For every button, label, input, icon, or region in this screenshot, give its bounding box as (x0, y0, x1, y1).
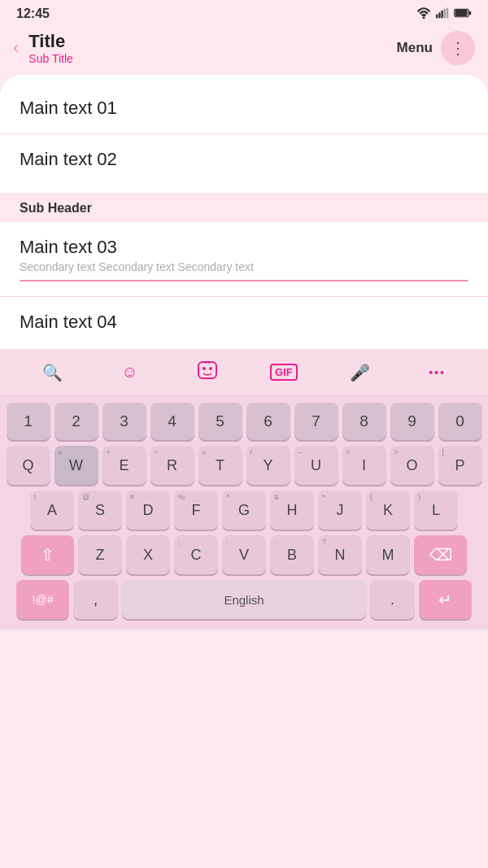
key-x[interactable]: X (126, 535, 170, 574)
battery-icon (454, 7, 472, 20)
list-section: Main text 01 Main text 02 (0, 75, 488, 193)
key-8[interactable]: 8 (342, 403, 386, 440)
app-bar-right: Menu ⋮ (397, 31, 475, 65)
wifi-icon (416, 7, 431, 21)
sub-header-row: Sub Header (0, 193, 488, 222)
shift-key[interactable]: ⇧ (21, 535, 74, 574)
list-section-2: Main text 03 Secondary text Secondary te… (0, 222, 488, 349)
sticker-toolbar-icon[interactable] (190, 357, 224, 387)
status-time: 12:45 (16, 7, 50, 21)
more-button[interactable]: ⋮ (441, 31, 475, 65)
key-i[interactable]: <I (342, 446, 386, 485)
backspace-key[interactable]: ⌫ (414, 535, 467, 574)
app-subtitle: Sub Title (28, 52, 396, 65)
main-text-1: Main text 01 (20, 98, 468, 119)
title-group: Title Sub Title (28, 31, 396, 65)
main-text-3: Main text 03 (20, 237, 468, 258)
bottom-row: !@# , English . ↵ (3, 580, 485, 619)
key-b[interactable]: ·B (270, 535, 314, 574)
key-u[interactable]: −U (294, 446, 338, 485)
main-text-2: Main text 02 (20, 149, 468, 170)
key-t[interactable]: =T (198, 446, 242, 485)
svg-point-23 (209, 367, 212, 370)
list-item-3[interactable]: Main text 03 Secondary text Secondary te… (0, 222, 488, 297)
key-c[interactable]: ;C (174, 535, 218, 574)
key-1[interactable]: 1 (7, 403, 50, 440)
key-2[interactable]: 2 (54, 403, 98, 440)
mic-toolbar-icon[interactable]: 🎤 (343, 360, 377, 386)
key-p[interactable]: [P (438, 446, 482, 485)
secondary-text-3: Secondary text Secondary text Secondary … (20, 260, 468, 273)
key-0[interactable]: 0 (438, 403, 482, 440)
app-bar: ‹ Title Sub Title Menu ⋮ (0, 24, 488, 75)
key-f[interactable]: %F (174, 491, 218, 530)
key-m[interactable]: M (366, 535, 410, 574)
pink-divider (20, 280, 468, 281)
key-5[interactable]: 5 (198, 403, 242, 440)
svg-rect-8 (455, 10, 468, 16)
emoji-toolbar-icon[interactable]: ☺ (115, 360, 144, 385)
key-a[interactable]: !A (30, 491, 74, 530)
key-3[interactable]: 3 (102, 403, 146, 440)
main-text-4: Main text 04 (20, 312, 468, 333)
comma-key[interactable]: , (73, 580, 118, 619)
key-j[interactable]: *J (318, 491, 362, 530)
list-item-4[interactable]: Main text 04 (0, 297, 488, 341)
status-bar: 12:45 (0, 0, 488, 24)
content-inner: Strawberry ★★★ ♡ ✿ ✿ Main tex (0, 75, 488, 349)
period-key[interactable]: . (370, 580, 415, 619)
key-r[interactable]: ÷R (150, 446, 194, 485)
more-toolbar-icon[interactable]: ••• (422, 363, 452, 382)
svg-rect-2 (438, 12, 440, 18)
key-q[interactable]: Q (7, 446, 50, 485)
key-w[interactable]: xW (54, 446, 98, 485)
key-s[interactable]: @S (78, 491, 122, 530)
key-o[interactable]: >O (390, 446, 434, 485)
key-k[interactable]: (K (366, 491, 410, 530)
search-toolbar-icon[interactable]: 🔍 (36, 360, 69, 386)
asdf-row: !A @S #D %F ^G &H *J (K )L (3, 491, 485, 530)
key-v[interactable]: :V (222, 535, 266, 574)
key-g[interactable]: ^G (222, 491, 266, 530)
svg-point-22 (203, 367, 206, 370)
qwerty-row: Q xW +E ÷R =T /Y −U <I >O [P (3, 446, 485, 485)
app-title: Title (28, 31, 396, 52)
back-button[interactable]: ‹ (13, 37, 19, 59)
list-item-2[interactable]: Main text 02 (0, 134, 488, 185)
key-y[interactable]: /Y (246, 446, 290, 485)
svg-rect-21 (198, 362, 216, 378)
key-6[interactable]: 6 (246, 403, 290, 440)
gif-toolbar-icon[interactable]: GIF (270, 364, 298, 381)
key-9[interactable]: 9 (390, 403, 434, 440)
signal-icon (436, 7, 449, 21)
svg-rect-7 (468, 11, 471, 15)
content-area: Strawberry ★★★ ♡ ✿ ✿ Main tex (0, 75, 488, 349)
keyboard: 1 2 3 4 5 6 7 8 9 0 Q xW +E ÷R =T /Y −U … (0, 396, 488, 630)
sub-header-text: Sub Header (20, 201, 92, 215)
key-l[interactable]: )L (414, 491, 458, 530)
key-h[interactable]: &H (270, 491, 314, 530)
list-item-1[interactable]: Main text 01 (0, 83, 488, 134)
key-e[interactable]: +E (102, 446, 146, 485)
zxcv-row: ⇧ Z X ;C :V ·B ?N M ⌫ (3, 535, 485, 574)
svg-rect-3 (441, 10, 442, 18)
status-icons (416, 7, 472, 21)
keyboard-toolbar: 🔍 ☺ GIF 🎤 ••• (0, 349, 488, 396)
enter-key[interactable]: ↵ (419, 580, 472, 619)
number-row: 1 2 3 4 5 6 7 8 9 0 (3, 403, 485, 440)
svg-point-0 (423, 16, 425, 19)
key-n[interactable]: ?N (318, 535, 362, 574)
svg-rect-4 (444, 8, 446, 18)
key-z[interactable]: Z (78, 535, 122, 574)
svg-rect-1 (436, 14, 438, 18)
svg-rect-5 (447, 7, 448, 18)
key-4[interactable]: 4 (150, 403, 194, 440)
key-d[interactable]: #D (126, 491, 170, 530)
menu-button[interactable]: Menu (397, 40, 433, 56)
sym-key[interactable]: !@# (16, 580, 69, 619)
space-key[interactable]: English (122, 580, 366, 619)
key-7[interactable]: 7 (294, 403, 338, 440)
